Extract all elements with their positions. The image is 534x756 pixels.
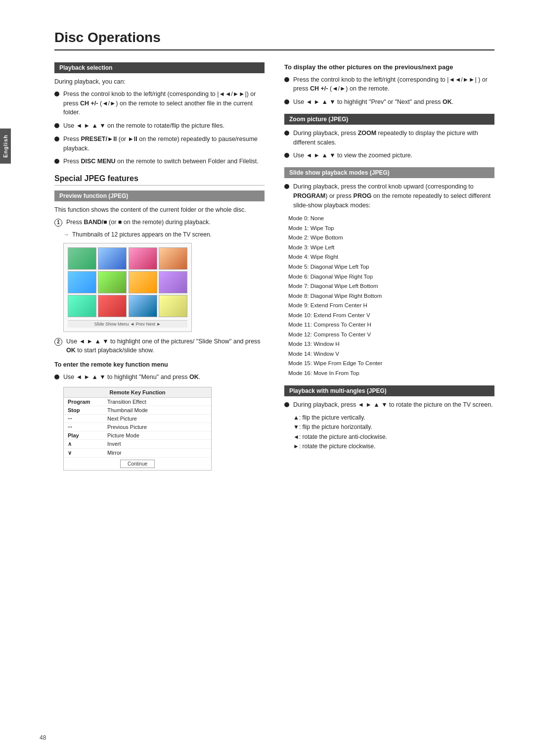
bullet-dot — [54, 92, 59, 96]
page-number: 48 — [40, 734, 46, 741]
table-row: ···Previous Picture — [64, 423, 211, 431]
special-jpeg-title: Special JPEG features — [54, 174, 265, 186]
mode-item: Mode 16: Move In From Top — [288, 369, 494, 378]
thumb-5 — [68, 271, 96, 293]
playback-bullet-2: Use ◄ ► ▲ ▼ on the remote to rotate/flip… — [54, 121, 265, 131]
thumbnail-bar: Slide Show Menu ◄ Prev Next ► — [68, 320, 187, 328]
thumb-10 — [98, 295, 127, 317]
arrow-note: → Thumbnails of 12 pictures appears on t… — [54, 231, 265, 238]
table-row: PlayPicture Mode — [64, 431, 211, 439]
page-title: Disc Operations — [54, 30, 494, 50]
multi-angles-header: Playback with multi-angles (JPEG) — [284, 385, 494, 396]
slideshow-intro-bullet: During playback, press the control knob … — [284, 182, 494, 210]
sub-bullet: ◄: rotate the picture anti-clockwise. — [293, 432, 494, 442]
remote-table-title: Remote Key Function — [64, 387, 211, 398]
mode-item: Mode 4: Wipe Right — [288, 252, 494, 262]
mode-item: Mode 15: Wipe From Edge To Center — [288, 359, 494, 369]
playback-selection-header: Playback selection — [54, 62, 265, 73]
thumb-6 — [98, 271, 127, 293]
table-row: ∧Invert — [64, 439, 211, 448]
preview-step2: 2 Use ◄ ► ▲ ▼ to highlight one of the pi… — [54, 337, 265, 356]
zoom-bullet-2: Use ◄ ► ▲ ▼ to view the zoomed picture. — [284, 151, 494, 160]
display-other-bullet-1: Press the control knob to the left/right… — [284, 75, 494, 94]
mode-item: Mode 11: Compress To Center H — [288, 320, 494, 330]
display-other-header: To display the other pictures on the pre… — [284, 62, 494, 72]
remote-table: ProgramTransition EffectStopThumbnail Mo… — [64, 398, 211, 458]
thumb-4 — [159, 247, 187, 270]
bullet-dot — [284, 131, 289, 136]
step-number-2: 2 — [54, 338, 62, 346]
mode-item: Mode 1: Wipe Top — [288, 224, 494, 234]
left-column: Playback selection During playback, you … — [54, 62, 265, 475]
bullet-dot — [284, 77, 289, 82]
table-row: ProgramTransition Effect — [64, 398, 211, 406]
sub-bullet: ▲: flip the picture vertically. — [293, 413, 494, 423]
mode-item: Mode 10: Extend From Center V — [288, 311, 494, 321]
remote-table-container: Remote Key Function ProgramTransition Ef… — [63, 387, 212, 471]
mode-item: Mode 8: Diagonal Wipe Right Bottom — [288, 291, 494, 301]
mode-item: Mode 12: Compress To Center V — [288, 330, 494, 340]
playback-bullet-4: Press DISC MENU on the remote to switch … — [54, 157, 265, 166]
table-row: StopThumbnail Mode — [64, 406, 211, 414]
bullet-dot — [284, 153, 289, 158]
mode-item: Mode 9: Extend From Center H — [288, 301, 494, 311]
bullet-dot — [284, 184, 289, 189]
arrow-icon: → — [63, 231, 69, 238]
remote-function-bullet: Use ◄ ► ▲ ▼ to highlight "Menu" and pres… — [54, 373, 265, 382]
zoom-picture-header: Zoom picture (JPEG) — [284, 114, 494, 125]
bullet-dot — [54, 375, 59, 379]
playback-bullet-3: Press PRESET/►II (or ►II on the remote) … — [54, 135, 265, 153]
thumb-3 — [129, 247, 157, 270]
right-column: To display the other pictures on the pre… — [284, 62, 494, 475]
step-number: 1 — [54, 219, 62, 227]
mode-item: Mode 14: Window V — [288, 349, 494, 359]
thumb-11 — [129, 295, 157, 317]
thumbnail-grid — [68, 247, 187, 317]
table-row: ···Next Picture — [64, 414, 211, 423]
bullet-dot — [54, 159, 59, 164]
mode-item: Mode 2: Wipe Bottom — [288, 233, 494, 243]
thumb-7 — [129, 271, 157, 293]
playback-bullet-1: Press the control knob to the left/right… — [54, 90, 265, 117]
preview-function-header: Preview function (JPEG) — [54, 190, 265, 201]
display-other-bullet-2: Use ◄ ► ▲ ▼ to highlight "Prev" or "Next… — [284, 97, 494, 107]
multi-angles-sub: ▲: flip the picture vertically.▼: flip t… — [284, 413, 494, 451]
bullet-dot — [54, 123, 59, 128]
sub-bullet: ►: rotate the picture clockwise. — [293, 442, 494, 451]
mode-item: Mode 0: None — [288, 214, 494, 224]
bullet-dot — [284, 402, 289, 407]
mode-item: Mode 13: Window H — [288, 339, 494, 349]
bullet-dot — [284, 99, 289, 104]
bullet-dot — [54, 137, 59, 142]
zoom-bullet-1: During playback, press ZOOM repeatedly t… — [284, 129, 494, 147]
continue-button[interactable]: Continue — [120, 460, 155, 468]
mode-item: Mode 6: Diagonal Wipe Right Top — [288, 272, 494, 282]
remote-function-title: To enter the remote key function menu — [54, 360, 265, 370]
preview-intro: This function shows the content of the c… — [54, 205, 265, 215]
mode-item: Mode 3: Wipe Left — [288, 243, 494, 253]
thumb-8 — [159, 271, 187, 293]
multi-angles-intro: During playback, press ◄ ► ▲ ▼ to rotate… — [284, 400, 494, 410]
thumb-12 — [159, 295, 187, 317]
thumb-2 — [98, 247, 127, 270]
preview-step1: 1 Press BAND/■ (or ■ on the remote) duri… — [54, 218, 265, 227]
sub-bullet: ▼: flip the picture horizontally. — [293, 423, 494, 432]
slideshow-modes-header: Slide show playback modes (JPEG) — [284, 167, 494, 178]
modes-list: Mode 0: NoneMode 1: Wipe TopMode 2: Wipe… — [284, 214, 494, 378]
mode-item: Mode 7: Diagonal Wipe Left Bottom — [288, 282, 494, 291]
thumb-1 — [68, 247, 96, 270]
thumb-9 — [68, 295, 96, 317]
thumbnail-grid-container: Slide Show Menu ◄ Prev Next ► — [63, 243, 192, 332]
table-row: ∨Mirror — [64, 448, 211, 457]
playback-intro: During playback, you can: — [54, 77, 265, 87]
mode-item: Mode 5: Diagonal Wipe Left Top — [288, 262, 494, 272]
